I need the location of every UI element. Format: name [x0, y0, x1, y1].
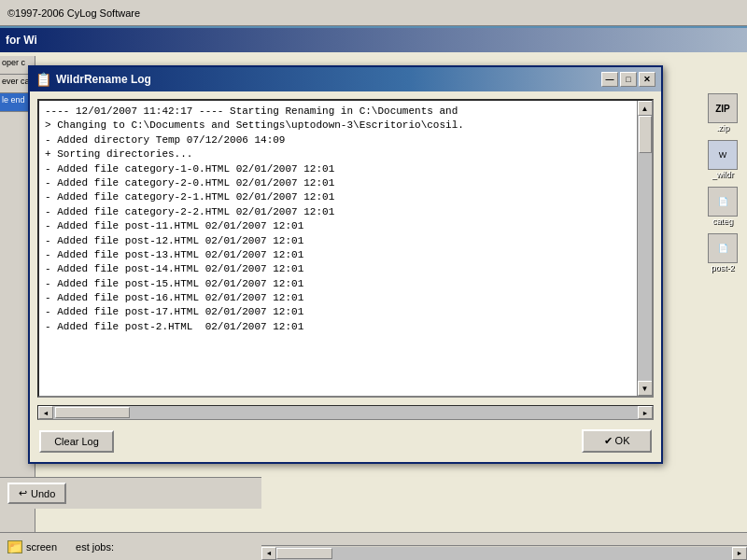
undo-icon: ↩: [19, 487, 27, 499]
bottom-scroll-thumb[interactable]: [276, 548, 332, 559]
icon-post2: 📄 post-2: [708, 233, 738, 273]
zip-icon: ZIP: [708, 93, 738, 123]
undo-button[interactable]: ↩ Undo: [7, 483, 66, 504]
bottom-scroll-left[interactable]: ◄: [261, 547, 276, 560]
log-line: ---- 12/01/2007 11:42:17 ---- Starting R…: [45, 105, 631, 119]
log-line: - Added file post-11.HTML 02/01/2007 12:…: [45, 219, 631, 233]
folder-icon: 📁: [7, 540, 22, 553]
desktop-icons: ZIP .zip W _wildr 📄 categ 📄 post-2: [708, 93, 738, 273]
icon-wildm: W _wildr: [708, 140, 738, 179]
dialog-titlebar: 📋 WildrRename Log — □ ✕: [30, 67, 661, 91]
titlebar-buttons: — □ ✕: [601, 72, 655, 87]
wildm-icon: W: [708, 140, 738, 170]
log-line: - Added file category-2-1.HTML 02/01/200…: [45, 190, 631, 204]
post2-icon: 📄: [708, 233, 738, 263]
vertical-scrollbar[interactable]: ▲ ▼: [637, 101, 652, 396]
scroll-down-button[interactable]: ▼: [638, 381, 653, 396]
log-line: - Added file post-17.HTML 02/01/2007 12:…: [45, 305, 631, 319]
horizontal-scrollbar[interactable]: ◄ ►: [37, 405, 654, 420]
close-button[interactable]: ✕: [639, 72, 655, 87]
log-content: ---- 12/01/2007 11:42:17 ---- Starting R…: [39, 101, 637, 396]
log-line: - Added file post-13.HTML 02/01/2007 12:…: [45, 248, 631, 262]
topbar-text: ©1997-2006 CyLog Software: [7, 7, 140, 19]
undo-label: Undo: [31, 488, 55, 499]
clear-log-button[interactable]: Clear Log: [39, 430, 114, 453]
desktop: ©1997-2006 CyLog Software for Wi oper c …: [0, 0, 747, 560]
log-line: - Added file post-14.HTML 02/01/2007 12:…: [45, 262, 631, 276]
bottom-scrollbar[interactable]: ◄ ►: [261, 545, 747, 560]
h-scroll-track[interactable]: ◄ ►: [37, 405, 654, 420]
folder-label: screen: [26, 541, 57, 553]
categ-label: categ: [708, 217, 738, 226]
log-line: - Added file post-12.HTML 02/01/2007 12:…: [45, 234, 631, 248]
scroll-track[interactable]: [638, 116, 653, 381]
icon-categ: 📄 categ: [708, 187, 738, 226]
log-line: - Added file category-2-2.HTML 02/01/200…: [45, 205, 631, 219]
parent-title-text: for Wi: [6, 34, 37, 47]
log-line: - Added file post-15.HTML 02/01/2007 12:…: [45, 277, 631, 291]
scroll-thumb[interactable]: [639, 116, 652, 153]
log-line: - Added file category-1-0.HTML 02/01/200…: [45, 162, 631, 176]
status-bar: 📁 screen est jobs: ◄ ►: [0, 532, 747, 560]
parent-titlebar: for Wi: [0, 28, 747, 52]
scroll-left-button[interactable]: ◄: [38, 406, 53, 419]
button-area: Clear Log ✔ OK: [30, 424, 661, 462]
undo-toolbar: ↩ Undo: [0, 477, 261, 509]
ok-button[interactable]: ✔ OK: [582, 429, 652, 453]
categ-icon: 📄: [708, 187, 738, 217]
log-line: + Sorting directories...: [45, 147, 631, 161]
log-line: - Added file category-2-0.HTML 02/01/200…: [45, 176, 631, 190]
minimize-button[interactable]: —: [601, 72, 618, 87]
jobs-label: est jobs:: [76, 541, 114, 553]
topbar: ©1997-2006 CyLog Software: [0, 0, 747, 26]
log-line: - Added file post-2.HTML 02/01/2007 12:0…: [45, 320, 631, 334]
bottom-scroll-track[interactable]: [276, 547, 732, 560]
wildm-label: _wildr: [708, 170, 738, 179]
post2-label: post-2: [708, 263, 738, 273]
bottom-scroll-right[interactable]: ►: [732, 547, 747, 560]
dialog-icon: 📋: [35, 72, 50, 87]
log-dialog: 📋 WildrRename Log — □ ✕ ---- 12/01/2007 …: [28, 65, 663, 464]
zip-label: .zip: [708, 123, 738, 133]
dialog-title: WildrRename Log: [56, 73, 601, 86]
icon-zip: ZIP .zip: [708, 93, 738, 133]
log-line: > Changing to C:\Documents and Settings\…: [45, 119, 631, 133]
log-area: ---- 12/01/2007 11:42:17 ---- Starting R…: [37, 99, 654, 398]
scroll-right-button[interactable]: ►: [638, 406, 653, 419]
scroll-up-button[interactable]: ▲: [638, 101, 653, 116]
log-line: - Added directory Temp 07/12/2006 14:09: [45, 133, 631, 147]
h-thumb[interactable]: [55, 407, 130, 418]
h-track[interactable]: [53, 406, 638, 419]
log-line: - Added file post-16.HTML 02/01/2007 12:…: [45, 291, 631, 305]
maximize-button[interactable]: □: [620, 72, 637, 87]
